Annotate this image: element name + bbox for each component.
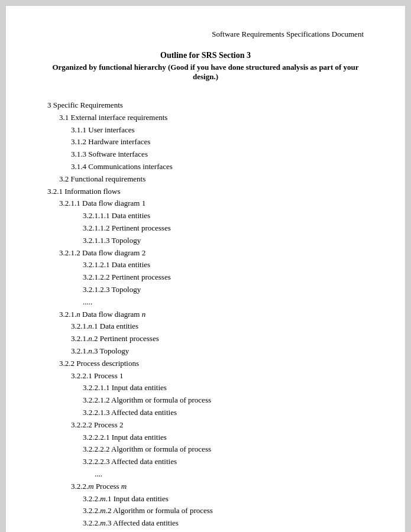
list-item: 3.2.2.2.3 Affected data entities <box>83 456 364 468</box>
outline-content: 3 Specific Requirements 3.1 External int… <box>47 99 364 532</box>
list-item: 3.2.1.1.3 Topology <box>83 235 364 247</box>
list-item: 3.1.2 Hardware interfaces <box>71 136 364 148</box>
list-item: 3.2.1 Information flows <box>47 186 364 198</box>
title-line2: Organized by functional hierarchy (Good … <box>47 63 364 82</box>
list-item: 3.2.2.1.2 Algorithm or formula of proces… <box>83 394 364 407</box>
list-item: 3.2 Functional requirements <box>59 173 364 186</box>
header-text: Software Requirements Specifications Doc… <box>212 30 364 38</box>
list-item: 3.2.1.2.3 Topology <box>83 284 364 296</box>
list-item: 3.2.1.n.2 Pertinent processes <box>71 333 364 345</box>
list-item: 3.2.1.n Data flow diagram n <box>59 309 364 321</box>
list-item: 3.2.2.2.2 Algorithm or formula of proces… <box>83 443 364 456</box>
list-item: 3.2.1.1.2 Pertinent processes <box>83 222 364 235</box>
list-item: 3.1.1 User interfaces <box>71 124 364 137</box>
list-item: 3.2.1.1 Data flow diagram 1 <box>59 197 364 210</box>
list-item: 3.2.2.m Process m <box>71 481 364 493</box>
list-item: 3.1.4 Communications interfaces <box>71 161 364 173</box>
page: Software Requirements Specifications Doc… <box>6 6 405 532</box>
list-item: 3.2.1.2 Data flow diagram 2 <box>59 247 364 259</box>
list-item: 3.2.1.2.1 Data entities <box>83 259 364 271</box>
title-section: Outline for SRS Section 3 Organized by f… <box>47 51 364 82</box>
list-item: 3.1 External interface requirements <box>59 112 364 124</box>
header: Software Requirements Specifications Doc… <box>47 30 364 39</box>
list-item: 3.2.2.m.1 Input data entities <box>83 493 364 505</box>
list-item: 3.2.3 Data construct specifications <box>59 530 364 532</box>
list-item: 3.2.1.n.3 Topology <box>71 345 364 358</box>
list-item: 3.2.2.m.2 Algorithm or formula of proces… <box>83 505 364 517</box>
list-item: 3.2.2 Process descriptions <box>59 358 364 370</box>
ellipsis: ..... <box>83 296 364 309</box>
list-item: 3.1.3 Software interfaces <box>71 148 364 161</box>
list-item: 3.2.1.2.2 Pertinent processes <box>83 271 364 284</box>
list-item: 3.2.1.1.1 Data entities <box>83 210 364 222</box>
list-item: 3.2.2.1.1 Input data entities <box>83 382 364 394</box>
list-item: 3.2.2.2 Process 2 <box>71 419 364 432</box>
list-item: 3.2.2.m.3 Affected data entities <box>83 517 364 530</box>
list-item: 3.2.2.1.3 Affected data entities <box>83 407 364 419</box>
list-item: 3.2.2.2.1 Input data entities <box>83 432 364 444</box>
title-line1: Outline for SRS Section 3 <box>47 51 364 60</box>
list-item: 3.2.1.n.1 Data entities <box>71 320 364 333</box>
ellipsis: .... <box>95 468 364 481</box>
list-item: 3 Specific Requirements <box>47 99 364 112</box>
list-item: 3.2.2.1 Process 1 <box>71 370 364 382</box>
